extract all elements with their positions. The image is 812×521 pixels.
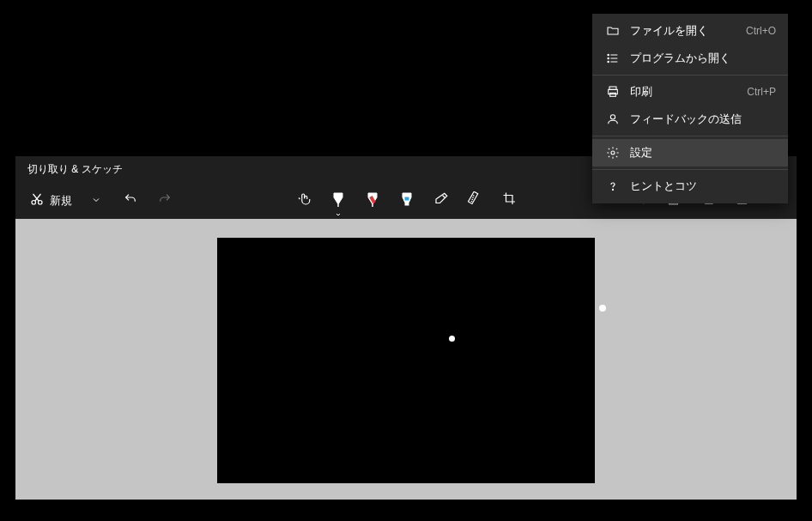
crop-icon	[502, 191, 518, 210]
help-icon	[604, 179, 621, 193]
snip-icon	[29, 191, 45, 210]
menu-label: 印刷	[630, 84, 652, 100]
white-dot	[449, 336, 455, 342]
menu-feedback[interactable]: フィードバックの送信	[592, 106, 788, 133]
eraser-button[interactable]	[426, 185, 457, 216]
menu-separator	[592, 75, 788, 76]
svg-rect-2	[404, 197, 409, 201]
menu-label: フィードバックの送信	[630, 112, 742, 127]
touch-icon	[296, 191, 312, 210]
menu-label: プログラムから開く	[630, 51, 730, 66]
svg-point-18	[611, 151, 615, 154]
eraser-icon	[433, 191, 449, 210]
svg-point-13	[608, 61, 609, 62]
app-title: 切り取り & スケッチ	[27, 162, 123, 177]
cursor-indicator	[599, 305, 606, 312]
svg-point-17	[610, 115, 615, 119]
svg-point-11	[608, 54, 609, 55]
menu-tips[interactable]: ヒントとコツ	[592, 173, 788, 200]
svg-rect-3	[405, 203, 409, 205]
pencil-icon	[366, 191, 379, 210]
gear-icon	[604, 146, 621, 160]
app-window: 切り取り & スケッチ 新規	[15, 156, 797, 500]
menu-label: ヒントとコツ	[630, 179, 697, 194]
menu-shortcut: Ctrl+P	[747, 86, 776, 98]
print-icon	[604, 85, 621, 99]
menu-settings[interactable]: 設定	[592, 139, 788, 167]
menu-label: 設定	[630, 145, 652, 161]
new-snip-button[interactable]: 新規	[24, 185, 77, 216]
canvas-area[interactable]	[15, 219, 797, 500]
ballpoint-pen-button[interactable]	[323, 185, 354, 216]
crop-button[interactable]	[494, 185, 525, 216]
chevron-down-icon	[91, 193, 101, 209]
toolbar-center	[288, 182, 525, 219]
menu-print[interactable]: 印刷 Ctrl+P	[592, 78, 788, 106]
new-label: 新規	[50, 193, 72, 209]
redo-icon	[158, 192, 172, 209]
menu-separator	[592, 136, 788, 136]
redo-button[interactable]	[149, 185, 180, 216]
folder-icon	[604, 24, 621, 38]
menu-open-file[interactable]: ファイルを開く Ctrl+O	[592, 17, 788, 45]
undo-button[interactable]	[115, 185, 146, 216]
toolbar-left: 新規	[24, 185, 180, 216]
ruler-icon	[468, 191, 483, 210]
more-menu: ファイルを開く Ctrl+O プログラムから開く 印刷 Ctrl+P フィードバ…	[592, 14, 788, 203]
menu-shortcut: Ctrl+O	[746, 25, 776, 37]
undo-icon	[124, 192, 137, 209]
feedback-icon	[604, 112, 621, 126]
highlighter-button[interactable]	[391, 185, 422, 216]
svg-point-19	[612, 189, 613, 190]
snip-image[interactable]	[217, 238, 595, 483]
menu-label: ファイルを開く	[630, 23, 708, 39]
ruler-button[interactable]	[460, 185, 491, 216]
svg-rect-16	[610, 93, 616, 96]
touch-writing-button[interactable]	[288, 185, 319, 216]
svg-point-12	[608, 58, 609, 58]
new-dropdown[interactable]	[81, 185, 112, 216]
menu-open-with[interactable]: プログラムから開く	[592, 45, 788, 72]
list-icon	[604, 51, 621, 65]
pencil-button[interactable]	[357, 185, 388, 216]
highlighter-icon	[400, 191, 414, 210]
menu-separator	[592, 169, 788, 170]
